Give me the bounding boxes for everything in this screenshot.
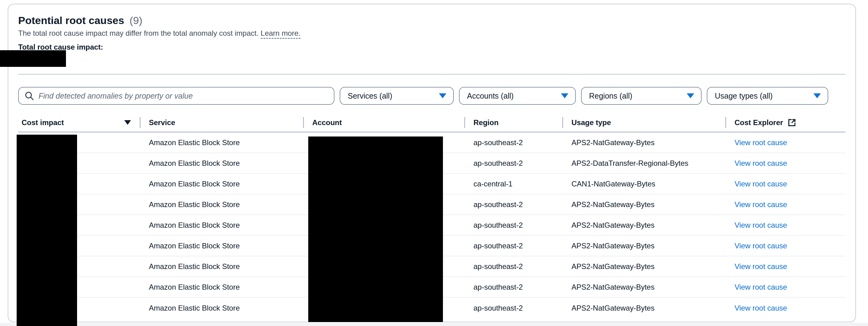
usage-types-filter-dropdown[interactable]: Usage types (all): [707, 87, 828, 105]
regions-filter-label: Regions (all): [589, 92, 632, 100]
region-cell: ca-central-1: [464, 180, 562, 188]
potential-root-causes-panel: Potential root causes (9) The total root…: [0, 0, 868, 326]
usage-type-cell: APS2-DataTransfer-Regional-Bytes: [562, 159, 725, 168]
chevron-down-icon: [439, 93, 446, 98]
view-root-cause-link[interactable]: View root cause: [735, 159, 787, 167]
redaction-box-cost-impact-column: [17, 135, 77, 326]
service-cell: Amazon Elastic Block Store: [140, 283, 303, 292]
service-cell: Amazon Elastic Block Store: [140, 221, 303, 230]
usage-type-cell: APS2-NatGateway-Bytes: [562, 262, 725, 271]
service-cell: Amazon Elastic Block Store: [140, 200, 303, 209]
service-cell: Amazon Elastic Block Store: [140, 180, 303, 188]
services-filter-dropdown[interactable]: Services (all): [340, 87, 454, 105]
cost-impact-header-label: Cost impact: [22, 118, 64, 127]
usage-type-cell: APS2-NatGateway-Bytes: [562, 283, 725, 292]
chevron-down-icon: [813, 93, 821, 98]
item-count-badge: (9): [129, 14, 143, 26]
service-cell: Amazon Elastic Block Store: [140, 138, 303, 147]
page-title: Potential root causes: [18, 14, 124, 26]
service-cell: Amazon Elastic Block Store: [140, 241, 303, 250]
view-root-cause-link[interactable]: View root cause: [735, 304, 787, 312]
usage-types-filter-label: Usage types (all): [715, 92, 773, 100]
service-cell: Amazon Elastic Block Store: [140, 304, 303, 313]
region-header-label: Region: [473, 118, 498, 127]
view-root-cause-link[interactable]: View root cause: [735, 138, 787, 147]
regions-filter-dropdown[interactable]: Regions (all): [581, 87, 702, 105]
region-cell: ap-southeast-2: [464, 221, 562, 230]
region-cell: ap-southeast-2: [464, 138, 562, 147]
column-header-cost-impact[interactable]: Cost impact: [18, 113, 140, 132]
redaction-box-total-impact: [0, 50, 66, 67]
usage-type-cell: APS2-NatGateway-Bytes: [562, 138, 725, 147]
total-impact-label: Total root cause impact:: [18, 42, 845, 53]
usage-type-cell: APS2-NatGateway-Bytes: [562, 241, 725, 250]
view-root-cause-link[interactable]: View root cause: [735, 283, 787, 291]
search-input[interactable]: [38, 92, 328, 100]
region-cell: ap-southeast-2: [464, 241, 562, 250]
search-box[interactable]: [18, 87, 335, 105]
column-header-service: Service: [140, 113, 303, 132]
total-impact-value-area: [18, 53, 845, 74]
column-header-account: Account: [303, 113, 464, 132]
chevron-down-icon: [687, 93, 694, 98]
redaction-box-account-column: [308, 136, 443, 322]
table-header-row: Cost impact Service Account Region Usage…: [18, 113, 845, 132]
sort-descending-icon: [124, 120, 131, 125]
service-cell: Amazon Elastic Block Store: [140, 159, 303, 168]
region-cell: ap-southeast-2: [464, 159, 562, 168]
usage-type-header-label: Usage type: [571, 118, 611, 127]
view-root-cause-link[interactable]: View root cause: [735, 200, 787, 208]
region-cell: ap-southeast-2: [464, 283, 562, 292]
region-cell: ap-southeast-2: [464, 200, 562, 209]
view-root-cause-link[interactable]: View root cause: [735, 180, 787, 188]
service-cell: Amazon Elastic Block Store: [140, 262, 303, 271]
card-header: Potential root causes (9) The total root…: [8, 4, 855, 74]
search-icon: [24, 91, 34, 101]
service-header-label: Service: [149, 118, 175, 127]
accounts-filter-dropdown[interactable]: Accounts (all): [459, 87, 576, 105]
region-cell: ap-southeast-2: [464, 262, 562, 271]
cost-explorer-header-label: Cost Explorer: [735, 118, 783, 127]
column-header-cost-explorer: Cost Explorer: [725, 113, 845, 132]
chevron-down-icon: [561, 93, 568, 98]
usage-type-cell: APS2-NatGateway-Bytes: [562, 221, 725, 230]
column-header-region: Region: [464, 113, 562, 132]
learn-more-link[interactable]: Learn more.: [261, 29, 301, 39]
usage-type-cell: CAN1-NatGateway-Bytes: [562, 180, 725, 188]
account-header-label: Account: [312, 118, 342, 127]
page-title-row: Potential root causes (9): [18, 13, 845, 27]
filter-bar: Services (all) Accounts (all) Regions (a…: [18, 87, 845, 105]
subtitle-text: The total root cause impact may differ f…: [18, 29, 258, 37]
page-background-strip: [0, 323, 868, 326]
subtitle: The total root cause impact may differ f…: [18, 28, 845, 39]
column-header-usage-type: Usage type: [562, 113, 725, 132]
accounts-filter-label: Accounts (all): [467, 92, 514, 100]
region-cell: ap-southeast-2: [464, 304, 562, 313]
view-root-cause-link[interactable]: View root cause: [735, 221, 787, 229]
view-root-cause-link[interactable]: View root cause: [735, 241, 787, 250]
header-divider: [18, 74, 845, 74]
services-filter-label: Services (all): [348, 92, 392, 100]
view-root-cause-link[interactable]: View root cause: [735, 262, 787, 270]
external-link-icon: [787, 118, 797, 127]
usage-type-cell: APS2-NatGateway-Bytes: [562, 304, 725, 313]
usage-type-cell: APS2-NatGateway-Bytes: [562, 200, 725, 209]
